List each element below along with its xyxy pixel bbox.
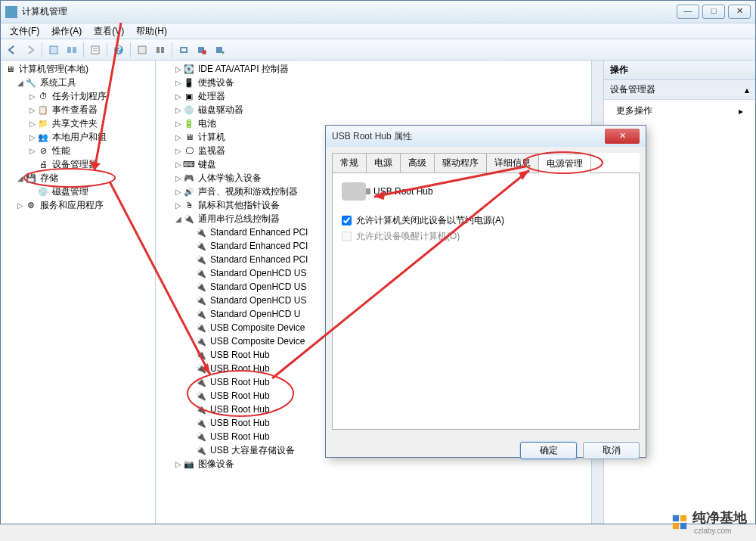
expander-icon[interactable]: ▷ [28, 147, 37, 155]
expander-icon[interactable]: ▷ [28, 106, 37, 114]
expander-icon[interactable]: ▷ [174, 133, 183, 141]
back-button[interactable] [4, 42, 20, 58]
expander-icon[interactable]: ▷ [28, 120, 37, 128]
menu-view[interactable]: 查看(V) [88, 23, 130, 39]
expander-icon[interactable]: ▷ [174, 65, 183, 73]
expander-icon[interactable]: ▷ [174, 92, 183, 101]
clock-icon: ⏱ [37, 90, 49, 102]
dialog-tab[interactable]: 电源管理 [538, 154, 591, 173]
toolbar-uninstall-icon[interactable] [194, 42, 210, 58]
tree-task-scheduler[interactable]: ▷⏱任务计划程序 [26, 89, 153, 103]
dialog-titlebar[interactable]: USB Root Hub 属性 ✕ [326, 126, 646, 147]
toolbar-update-icon[interactable] [212, 42, 228, 58]
checkbox-input-1[interactable] [342, 216, 352, 225]
titlebar: 计算机管理 — □ ✕ [1, 1, 755, 23]
device-category[interactable]: ▷💽IDE ATA/ATAPI 控制器 [172, 62, 602, 76]
usb-device-label: USB Composite Device [210, 322, 305, 333]
usb-device-label: USB Root Hub [210, 350, 270, 360]
usb-device-label: Standard Enhanced PCI [210, 227, 308, 238]
toolbar-help-icon[interactable]: ? [110, 42, 127, 58]
close-button[interactable]: ✕ [728, 5, 751, 19]
expander-icon[interactable]: ▷ [174, 147, 183, 155]
tree-storage[interactable]: ◢ 💾 存储 [14, 171, 153, 185]
dialog-close-button[interactable]: ✕ [605, 129, 640, 144]
watermark-sub: czlaby.com [694, 527, 747, 535]
expander-icon[interactable]: ▷ [28, 133, 37, 141]
svg-rect-28 [680, 515, 686, 521]
tree-device-manager[interactable]: 🖨设备管理器 [26, 157, 153, 171]
device-category[interactable]: ▷💿磁盘驱动器 [172, 103, 602, 117]
expander-icon[interactable]: ◢ [16, 79, 25, 87]
dialog-tab[interactable]: 常规 [332, 153, 367, 173]
toolbar-properties-icon[interactable] [87, 42, 104, 58]
menu-help[interactable]: 帮助(H) [130, 23, 173, 39]
toolbar-icon-1[interactable] [45, 42, 62, 58]
tree-event-viewer[interactable]: ▷📋事件查看器 [26, 103, 153, 117]
expander-icon[interactable]: ▷ [174, 201, 183, 210]
expander-icon[interactable]: ◢ [174, 215, 183, 223]
toolbar-icon-3[interactable] [134, 42, 150, 58]
expander-icon[interactable]: ▷ [174, 160, 183, 169]
device-category-label: 便携设备 [198, 76, 234, 89]
dialog-tab[interactable]: 电源 [366, 153, 401, 173]
toolbar-icon-2[interactable] [64, 42, 80, 58]
menu-file[interactable]: 文件(F) [4, 23, 45, 39]
svg-text:?: ? [116, 45, 121, 55]
forward-button[interactable] [22, 42, 39, 58]
device-category[interactable]: ▷▣处理器 [172, 89, 602, 103]
toolbar-scan-icon[interactable] [175, 42, 192, 58]
tree-performance[interactable]: ▷⊘性能 [26, 144, 153, 157]
checkbox-allow-power-off[interactable]: 允许计算机关闭此设备以节约电源(A) [342, 214, 630, 227]
system-tools-label: 系统工具 [40, 76, 76, 89]
cancel-button[interactable]: 取消 [583, 442, 640, 459]
usb-device-label: Standard OpenHCD US [210, 281, 306, 292]
tree-shared-folders[interactable]: ▷📁共享文件夹 [26, 117, 153, 130]
device-icon: 📱 [183, 76, 195, 89]
usb-device-label: USB Root Hub [210, 418, 270, 428]
tree-item-label: 本地用户和组 [52, 131, 107, 144]
actions-section[interactable]: 设备管理器 ▴ [604, 80, 755, 100]
tree-local-users[interactable]: ▷👥本地用户和组 [26, 130, 153, 144]
app-icon [5, 6, 17, 18]
left-pane[interactable]: 🖥 计算机管理(本地) ◢ 🔧 系统工具 ▷⏱任务计划程序 ▷📋事件查看器 ▷📁… [1, 61, 156, 524]
menu-action[interactable]: 操作(A) [45, 23, 88, 39]
ok-button[interactable]: 确定 [520, 442, 577, 459]
usb-device-icon: 🔌 [195, 376, 207, 388]
more-actions-item[interactable]: 更多操作 ▸ [604, 100, 755, 122]
dialog-tab[interactable]: 高级 [400, 153, 435, 173]
usb-device-label: Standard OpenHCD U [210, 309, 300, 319]
services-label: 服务和应用程序 [40, 199, 104, 212]
expander-icon[interactable]: ▷ [174, 106, 183, 114]
expander-icon[interactable]: ◢ [16, 174, 25, 182]
tree-root[interactable]: 🖥 计算机管理(本地) [2, 62, 153, 76]
expander-icon[interactable]: ▷ [28, 92, 37, 101]
device-icon: 🎮 [183, 172, 195, 184]
checkbox-label-2: 允许此设备唤醒计算机(O) [356, 230, 460, 243]
window-controls: — □ ✕ [677, 5, 751, 19]
dialog-tab[interactable]: 详细信息 [486, 153, 539, 173]
window-title: 计算机管理 [22, 5, 67, 18]
expander-icon[interactable]: ▷ [174, 120, 183, 128]
expander-icon[interactable]: ▷ [16, 201, 25, 210]
expander-icon[interactable]: ▷ [174, 79, 183, 87]
tree-services[interactable]: ▷ ⚙ 服务和应用程序 [14, 198, 153, 212]
expander-icon[interactable]: ▷ [174, 188, 183, 196]
maximize-button[interactable]: □ [702, 5, 725, 19]
usb-hub-icon [342, 182, 366, 201]
minimize-button[interactable]: — [677, 5, 699, 19]
checkbox-input-2 [342, 232, 352, 241]
tree-disk-management[interactable]: 💿磁盘管理 [26, 185, 153, 198]
svg-rect-2 [73, 47, 76, 53]
toolbar-icon-4[interactable] [152, 42, 169, 58]
camera-icon: 📷 [183, 458, 195, 470]
tree-system-tools[interactable]: ◢ 🔧 系统工具 [14, 76, 153, 89]
usb-controller-icon: 🔌 [183, 213, 195, 225]
dialog-tab[interactable]: 驱动程序 [434, 153, 487, 173]
expander-icon[interactable]: ▷ [174, 174, 183, 182]
device-category-label: 声音、视频和游戏控制器 [198, 185, 298, 198]
svg-rect-10 [161, 47, 164, 53]
device-name-label: USB Root Hub [373, 186, 433, 197]
device-category[interactable]: ▷📱便携设备 [172, 76, 602, 89]
device-category-label: 电池 [198, 117, 216, 130]
expander-icon[interactable]: ▷ [174, 460, 183, 468]
